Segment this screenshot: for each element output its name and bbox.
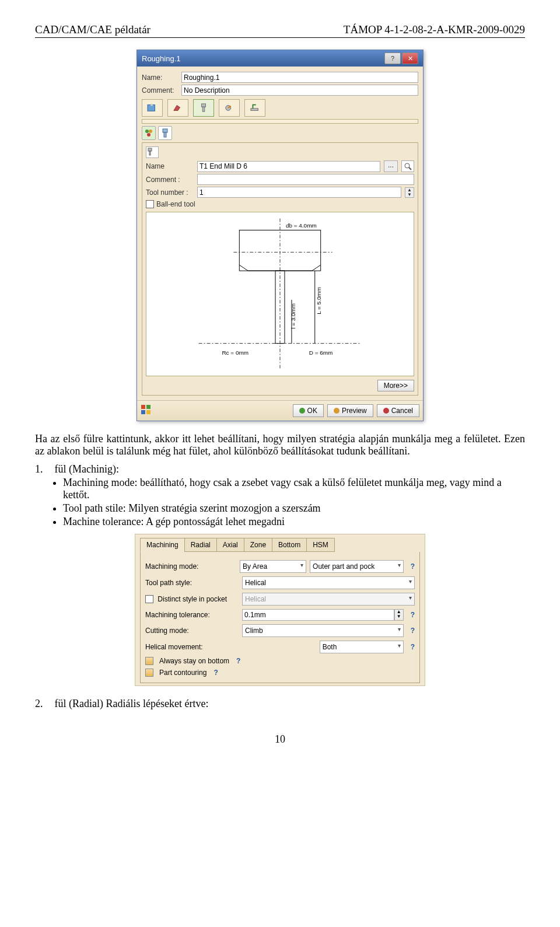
tab-machining[interactable]: Machining xyxy=(140,538,185,552)
tab-tool[interactable] xyxy=(193,99,214,117)
tool-name-browse-button[interactable]: ... xyxy=(384,160,398,172)
dim-L: L = 5.0mm xyxy=(316,287,322,314)
ok-button[interactable]: OK xyxy=(293,404,324,417)
helical-movement-select[interactable]: Both xyxy=(320,641,404,653)
help-icon[interactable]: ? xyxy=(411,643,415,651)
svg-rect-28 xyxy=(146,410,150,414)
part-contouring-checkbox[interactable] xyxy=(145,669,153,677)
windows-logo-icon xyxy=(141,404,151,415)
tool-comment-input[interactable] xyxy=(197,174,414,185)
traffic-icon xyxy=(145,129,153,137)
bullet-machine-tolerance: Machine tolerance: A gép pontosságát leh… xyxy=(63,516,525,528)
cancel-button[interactable]: Cancel xyxy=(377,404,419,417)
svg-rect-11 xyxy=(148,148,152,151)
svg-rect-5 xyxy=(251,109,258,111)
magnifier-icon xyxy=(404,162,412,170)
bullet-tool-path-style: Tool path stile: Milyen stratégia szerin… xyxy=(63,502,525,515)
tool-icon xyxy=(198,103,209,113)
tab-zone[interactable]: Zone xyxy=(244,538,272,552)
tab-radial[interactable]: Radial xyxy=(184,538,217,552)
tool-catalog-icon[interactable] xyxy=(146,146,159,158)
page-header: CAD/CAM/CAE példatár TÁMOP 4-1-2-08-2-A-… xyxy=(35,23,525,38)
helical-movement-label: Helical movement: xyxy=(145,643,239,651)
svg-rect-12 xyxy=(149,151,150,155)
svg-point-6 xyxy=(145,130,149,133)
tool-number-input[interactable] xyxy=(197,187,401,198)
part-icon xyxy=(173,103,183,113)
tab-axial[interactable]: Axial xyxy=(216,538,244,552)
endmill-icon xyxy=(162,128,169,138)
svg-point-13 xyxy=(405,163,410,168)
always-stay-label: Always stay on bottom xyxy=(159,657,229,665)
tool-comment-label: Comment : xyxy=(146,176,194,184)
dim-l: l = 3.0mm xyxy=(290,303,296,329)
dialog-title: Roughing.1 xyxy=(142,54,181,63)
ok-dot-icon xyxy=(299,408,305,414)
svg-rect-25 xyxy=(141,405,145,409)
part-contouring-label: Part contouring xyxy=(159,669,206,677)
tool-path-style-label: Tool path style: xyxy=(145,579,239,587)
svg-rect-3 xyxy=(202,107,205,111)
svg-line-19 xyxy=(239,265,248,271)
preview-button[interactable]: Preview xyxy=(327,404,373,417)
cancel-dot-icon xyxy=(383,408,389,414)
header-right: TÁMOP 4-1-2-08-2-A-KMR-2009-0029 xyxy=(344,23,525,36)
distinct-style-label: Distinct style in pocket xyxy=(145,595,239,604)
machining-mode-select-1[interactable]: By Area xyxy=(240,560,306,573)
help-icon[interactable]: ? xyxy=(411,562,415,571)
name-label: Name: xyxy=(142,74,178,82)
help-button[interactable]: ? xyxy=(384,53,401,64)
name-input[interactable] xyxy=(181,72,418,83)
distinct-style-select: Helical xyxy=(242,593,415,606)
tool-number-label: Tool number : xyxy=(146,188,194,197)
tool-type-traffic-icon[interactable] xyxy=(142,126,156,140)
svg-rect-9 xyxy=(163,129,167,132)
cutting-mode-select[interactable]: Climb xyxy=(242,624,404,637)
tolerance-stepper[interactable]: ▲▼ xyxy=(394,609,404,621)
machining-tolerance-input[interactable] xyxy=(242,609,394,621)
tool-path-style-select[interactable]: Helical xyxy=(242,576,415,589)
roughing-dialog: Roughing.1 ? ✕ Name: Comment: xyxy=(136,50,424,421)
tab-bottom[interactable]: Bottom xyxy=(272,538,307,552)
tab-strategy[interactable] xyxy=(142,99,163,117)
tab-hsm[interactable]: HSM xyxy=(306,538,335,552)
svg-rect-26 xyxy=(146,405,150,409)
paragraph-1: Ha az első fülre kattintunk, akkor itt l… xyxy=(35,433,525,457)
machining-mode-label: Machining mode: xyxy=(145,562,236,571)
page-number: 10 xyxy=(35,733,525,746)
tool-type-endmill-icon[interactable] xyxy=(158,126,172,140)
tool-name-input[interactable] xyxy=(197,161,380,172)
ballend-checkbox[interactable] xyxy=(146,200,154,208)
comment-label: Comment: xyxy=(142,86,178,95)
tab-geometry[interactable] xyxy=(167,99,188,117)
dialog-titlebar: Roughing.1 ? ✕ xyxy=(137,50,423,67)
tool-number-stepper[interactable]: ▲▼ xyxy=(405,187,414,198)
comment-input[interactable] xyxy=(181,85,418,96)
list1-label: fül (Machinig): xyxy=(55,463,119,475)
close-button[interactable]: ✕ xyxy=(402,53,418,64)
help-icon[interactable]: ? xyxy=(214,669,218,677)
dim-D: D = 6mm xyxy=(309,349,333,356)
list2-number: 2. xyxy=(35,698,43,710)
help-icon[interactable]: ? xyxy=(236,657,240,665)
tab-feeds[interactable] xyxy=(219,99,240,117)
machining-mode-select-2[interactable]: Outer part and pock xyxy=(310,560,404,573)
tool-selector-icons xyxy=(142,126,418,140)
distinct-style-checkbox[interactable] xyxy=(145,595,153,603)
cutting-mode-label: Cutting mode: xyxy=(145,627,239,635)
separator-bar xyxy=(142,119,418,124)
help-icon[interactable]: ? xyxy=(411,627,415,635)
tool-name-inspect-button[interactable] xyxy=(401,160,414,172)
svg-point-7 xyxy=(149,130,152,133)
always-stay-checkbox[interactable] xyxy=(145,657,153,665)
tool-preview-canvas: db = 4.0mm L = 5.0mm l = 3.0mm Rc = 0mm … xyxy=(146,212,414,376)
main-tabstrip xyxy=(142,99,418,117)
more-button[interactable]: More>> xyxy=(377,380,414,391)
svg-rect-2 xyxy=(201,104,205,107)
speed-icon xyxy=(224,103,235,113)
svg-rect-27 xyxy=(141,410,145,414)
help-icon[interactable]: ? xyxy=(411,611,415,619)
svg-rect-1 xyxy=(150,104,153,106)
dim-db: db = 4.0mm xyxy=(286,222,317,229)
tab-macros[interactable] xyxy=(244,99,265,117)
